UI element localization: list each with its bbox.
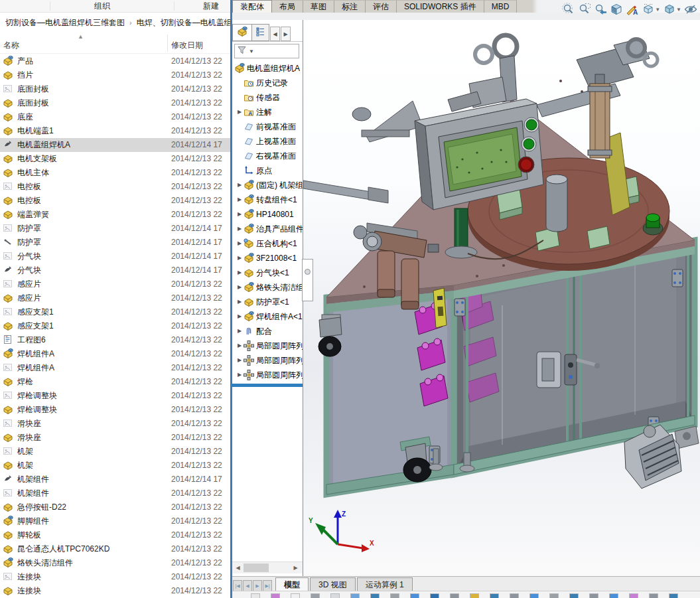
file-row[interactable]: 机架2014/12/13 22 <box>0 445 230 459</box>
motion-tool-icon[interactable] <box>370 593 380 598</box>
ribbon-tab-标注[interactable]: 标注 <box>334 0 366 13</box>
motion-tool-icon[interactable] <box>330 593 340 598</box>
file-row[interactable]: 焊枪调整块2014/12/13 22 <box>0 403 230 417</box>
previous-tab-button[interactable]: ◀ <box>243 580 252 591</box>
file-row[interactable]: 感应片2014/12/13 22 <box>0 277 230 291</box>
file-row[interactable]: 脚轮板2014/12/13 22 <box>0 528 230 542</box>
tab-featuremanager-tree[interactable] <box>232 24 252 41</box>
tree-item[interactable]: ▶烙铁头清洁组件 <box>232 280 303 295</box>
expand-arrow-icon[interactable]: ▶ <box>236 309 244 324</box>
chevron-down-icon[interactable]: ▼ <box>676 7 681 13</box>
previous-view-icon[interactable] <box>593 1 608 17</box>
scroll-left-arrow[interactable]: ◀ <box>233 563 243 573</box>
first-tab-button[interactable]: |◀ <box>233 580 242 591</box>
scroll-right-arrow[interactable]: ▶ <box>291 563 301 573</box>
file-row[interactable]: 连接块2014/12/13 22 <box>0 570 230 584</box>
expand-arrow-icon[interactable]: ▶ <box>236 324 244 338</box>
expand-arrow-icon[interactable]: ▶ <box>236 236 244 251</box>
file-row[interactable]: 端盖弹簧2014/12/13 22 <box>0 208 230 222</box>
expand-arrow-icon[interactable]: ▶ <box>236 222 244 236</box>
tree-item[interactable]: ▶压合机构<1 <box>232 236 303 251</box>
tree-item[interactable]: 上视基准面 <box>232 134 303 149</box>
zoom-to-area-icon[interactable] <box>577 1 593 17</box>
tree-item[interactable]: ▶转盘组件<1 <box>232 192 303 207</box>
motion-tool-icon[interactable] <box>271 593 280 598</box>
hide-show-items-icon[interactable] <box>683 1 699 17</box>
ribbon-tab-草图[interactable]: 草图 <box>303 0 334 13</box>
file-row[interactable]: 底座2014/12/13 22 <box>0 110 230 124</box>
expand-arrow-icon[interactable]: ▶ <box>236 368 244 382</box>
tree-item[interactable]: ▶焊机组件A<1 <box>232 309 303 324</box>
file-row[interactable]: 感应支架12014/12/13 22 <box>0 305 230 319</box>
file-row[interactable]: 连接块2014/12/13 22 <box>0 584 230 598</box>
file-row[interactable]: 电机端盖12014/12/13 22 <box>0 124 230 138</box>
motion-tool-icon[interactable] <box>410 593 419 598</box>
sort-ascending-icon[interactable]: ▲ <box>78 33 84 40</box>
file-row[interactable]: 焊机组件A2014/12/13 22 <box>0 361 230 375</box>
file-row[interactable]: 防护罩2014/12/14 17 <box>0 236 230 250</box>
tree-horizontal-scrollbar[interactable]: ◀ ▶ <box>232 561 303 573</box>
file-row[interactable]: 分气块2014/12/14 17 <box>0 263 230 277</box>
panel-tab-scroll-left-button[interactable]: ◀ <box>270 27 280 41</box>
file-row[interactable]: 滑块座2014/12/13 22 <box>0 417 230 431</box>
expand-arrow-icon[interactable]: ▶ <box>236 265 244 280</box>
tree-item[interactable]: ▶分气块<1 <box>232 265 303 280</box>
tree-item[interactable]: ▶HP140801 <box>232 207 303 222</box>
file-row[interactable]: 底面封板2014/12/13 22 <box>0 82 230 96</box>
file-row[interactable]: 防护罩2014/12/14 17 <box>0 222 230 236</box>
tree-item[interactable]: ▶局部圆周阵列 <box>232 353 303 368</box>
file-row[interactable]: 底面封板2014/12/13 22 <box>0 96 230 110</box>
file-row[interactable]: 焊机组件A2014/12/13 22 <box>0 347 230 361</box>
motion-tool-icon[interactable] <box>669 593 678 598</box>
file-row[interactable]: 电控板2014/12/13 22 <box>0 180 230 194</box>
section-view-icon[interactable] <box>608 1 624 17</box>
motion-tool-icon[interactable] <box>251 593 260 598</box>
expand-arrow-icon[interactable]: ▶ <box>236 280 244 295</box>
back-clamp-mechanism[interactable] <box>448 35 517 112</box>
breadcrumb-current[interactable]: 电焊、切割设备—电机盖组焊机三维套图 <box>137 18 230 27</box>
tree-item[interactable]: 传感器 <box>232 90 303 105</box>
file-row[interactable]: 产品2014/12/13 22 <box>0 54 230 68</box>
left-roller-bracket[interactable] <box>352 101 423 142</box>
tree-item[interactable]: ▶(固定) 机架组件 <box>232 178 303 192</box>
expand-arrow-icon[interactable]: ▶ <box>236 207 244 222</box>
tree-item[interactable]: 前视基准面 <box>232 119 303 134</box>
motion-tool-icon[interactable] <box>549 593 559 598</box>
motion-tool-icon[interactable] <box>529 593 539 598</box>
tree-filter-button[interactable]: ▼ <box>234 44 299 58</box>
file-row[interactable]: 电机主体2014/12/13 22 <box>0 166 230 180</box>
expand-arrow-icon[interactable]: ▶ <box>236 338 244 353</box>
breadcrumb-root[interactable]: 切割设备—电机盖组焊机三维套图 <box>5 18 125 27</box>
file-row[interactable]: 烙铁头清洁组件2014/12/13 22 <box>0 556 230 570</box>
last-tab-button[interactable]: ▶| <box>263 580 272 591</box>
view-orientation-icon[interactable] <box>640 1 656 17</box>
tree-item[interactable]: 右视基准面 <box>232 149 303 163</box>
document-tab-运动算例 1[interactable]: 运动算例 1 <box>357 577 413 591</box>
file-row[interactable]: 急停按钮-D222014/12/13 22 <box>0 500 230 514</box>
tree-item[interactable]: ▶配合 <box>232 324 303 338</box>
zoom-to-fit-icon[interactable] <box>561 1 577 17</box>
motion-tool-icon[interactable] <box>350 593 360 598</box>
product-cylinder[interactable] <box>546 175 567 232</box>
tab-property-manager[interactable] <box>252 24 269 41</box>
expand-arrow-icon[interactable]: ▶ <box>236 295 244 309</box>
panel-splitter-handle[interactable] <box>302 259 313 301</box>
document-tab-3D 视图[interactable]: 3D 视图 <box>310 577 356 591</box>
tree-item[interactable]: 历史记录 <box>232 76 303 90</box>
ribbon-tab-评估[interactable]: 评估 <box>366 0 397 13</box>
motion-tool-icon[interactable] <box>291 593 300 598</box>
file-row[interactable]: 电控板2014/12/13 22 <box>0 194 230 208</box>
expand-arrow-icon[interactable]: ▶ <box>236 192 244 207</box>
motion-tool-icon[interactable] <box>390 593 399 598</box>
hide-show-annotations-icon[interactable]: A <box>624 1 640 17</box>
file-row[interactable]: 感应片2014/12/13 22 <box>0 291 230 305</box>
scrollbar-thumb[interactable] <box>244 563 269 572</box>
file-row[interactable]: 焊枪2014/12/13 22 <box>0 375 230 389</box>
organize-menu-button[interactable]: 组织 <box>94 1 110 11</box>
column-divider[interactable] <box>167 35 168 52</box>
splitter-collapse-dot[interactable] <box>305 269 311 275</box>
file-row[interactable]: 机架组件2014/12/13 22 <box>0 486 230 500</box>
file-row[interactable]: 昆仑通态人机TPC7062KD2014/12/13 22 <box>0 542 230 556</box>
tree-item[interactable]: 电机盖组焊机A <box>232 61 303 76</box>
expand-arrow-icon[interactable]: ▶ <box>236 105 244 119</box>
